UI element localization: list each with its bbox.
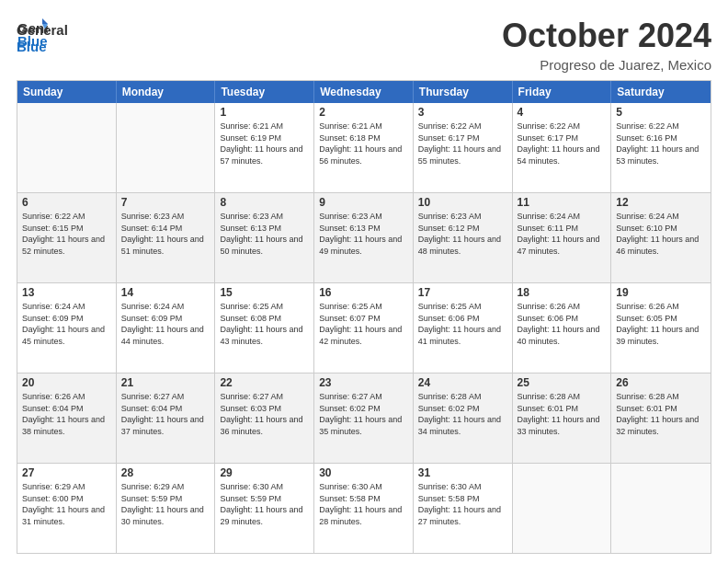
cell-info: Sunrise: 6:28 AMSunset: 6:02 PMDaylight:… xyxy=(418,391,507,437)
cell-info: Sunrise: 6:21 AMSunset: 6:18 PMDaylight:… xyxy=(319,121,408,167)
cell-info: Sunrise: 6:24 AMSunset: 6:10 PMDaylight:… xyxy=(616,211,706,257)
day-number: 14 xyxy=(121,286,210,299)
day-number: 28 xyxy=(121,466,210,479)
calendar-body: 1Sunrise: 6:21 AMSunset: 6:19 PMDaylight… xyxy=(17,103,711,553)
cell-info: Sunrise: 6:24 AMSunset: 6:09 PMDaylight:… xyxy=(121,301,210,347)
day-cell-14: 14Sunrise: 6:24 AMSunset: 6:09 PMDayligh… xyxy=(117,283,216,373)
cell-info: Sunrise: 6:28 AMSunset: 6:01 PMDaylight:… xyxy=(616,391,706,437)
logo: General Blue General Blue xyxy=(17,17,68,55)
day-number: 11 xyxy=(518,196,607,209)
day-cell-5: 5Sunrise: 6:22 AMSunset: 6:16 PMDaylight… xyxy=(611,103,711,192)
day-number: 23 xyxy=(319,376,408,389)
day-number: 7 xyxy=(121,196,210,209)
day-cell-19: 19Sunrise: 6:26 AMSunset: 6:05 PMDayligh… xyxy=(611,283,711,373)
day-cell-17: 17Sunrise: 6:25 AMSunset: 6:06 PMDayligh… xyxy=(414,283,513,373)
cell-info: Sunrise: 6:29 AMSunset: 6:00 PMDaylight:… xyxy=(22,481,111,527)
day-cell-10: 10Sunrise: 6:23 AMSunset: 6:12 PMDayligh… xyxy=(414,193,513,282)
cell-info: Sunrise: 6:23 AMSunset: 6:13 PMDaylight:… xyxy=(319,211,408,257)
logo-line1: General xyxy=(17,22,68,39)
day-cell-31: 31Sunrise: 6:30 AMSunset: 5:58 PMDayligh… xyxy=(414,464,513,553)
day-cell-6: 6Sunrise: 6:22 AMSunset: 6:15 PMDaylight… xyxy=(17,193,117,282)
day-cell-13: 13Sunrise: 6:24 AMSunset: 6:09 PMDayligh… xyxy=(17,283,117,373)
day-number: 17 xyxy=(418,286,507,299)
day-number: 4 xyxy=(518,106,607,119)
day-cell-4: 4Sunrise: 6:22 AMSunset: 6:17 PMDaylight… xyxy=(513,103,612,192)
cell-info: Sunrise: 6:26 AMSunset: 6:06 PMDaylight:… xyxy=(518,301,607,347)
calendar-row-1: 1Sunrise: 6:21 AMSunset: 6:19 PMDaylight… xyxy=(17,103,711,192)
day-cell-16: 16Sunrise: 6:25 AMSunset: 6:07 PMDayligh… xyxy=(314,283,414,373)
day-cell-8: 8Sunrise: 6:23 AMSunset: 6:13 PMDaylight… xyxy=(215,193,314,282)
day-cell-21: 21Sunrise: 6:27 AMSunset: 6:04 PMDayligh… xyxy=(117,373,216,463)
day-number: 13 xyxy=(22,286,111,299)
weekday-header-saturday: Saturday xyxy=(611,81,711,103)
month-title: October 2024 xyxy=(502,17,711,55)
day-cell-3: 3Sunrise: 6:22 AMSunset: 6:17 PMDaylight… xyxy=(414,103,513,192)
cell-info: Sunrise: 6:21 AMSunset: 6:19 PMDaylight:… xyxy=(220,121,309,167)
day-cell-12: 12Sunrise: 6:24 AMSunset: 6:10 PMDayligh… xyxy=(611,193,711,282)
calendar-row-4: 20Sunrise: 6:26 AMSunset: 6:04 PMDayligh… xyxy=(17,373,711,463)
day-cell-2: 2Sunrise: 6:21 AMSunset: 6:18 PMDaylight… xyxy=(314,103,414,192)
day-cell-24: 24Sunrise: 6:28 AMSunset: 6:02 PMDayligh… xyxy=(414,373,513,463)
day-number: 2 xyxy=(319,106,408,119)
weekday-header-tuesday: Tuesday xyxy=(215,81,314,103)
day-number: 3 xyxy=(418,106,507,119)
cell-info: Sunrise: 6:23 AMSunset: 6:14 PMDaylight:… xyxy=(121,211,210,257)
cell-info: Sunrise: 6:26 AMSunset: 6:05 PMDaylight:… xyxy=(616,301,706,347)
day-cell-1: 1Sunrise: 6:21 AMSunset: 6:19 PMDaylight… xyxy=(215,103,314,192)
cell-info: Sunrise: 6:30 AMSunset: 5:58 PMDaylight:… xyxy=(418,481,507,527)
page: General Blue General Blue October 2024 P… xyxy=(0,0,728,563)
day-number: 27 xyxy=(22,466,111,479)
cell-info: Sunrise: 6:22 AMSunset: 6:17 PMDaylight:… xyxy=(418,121,507,167)
cell-info: Sunrise: 6:27 AMSunset: 6:02 PMDaylight:… xyxy=(319,391,408,437)
cell-info: Sunrise: 6:30 AMSunset: 5:59 PMDaylight:… xyxy=(220,481,309,527)
day-cell-25: 25Sunrise: 6:28 AMSunset: 6:01 PMDayligh… xyxy=(513,373,612,463)
cell-info: Sunrise: 6:25 AMSunset: 6:06 PMDaylight:… xyxy=(418,301,507,347)
cell-info: Sunrise: 6:30 AMSunset: 5:58 PMDaylight:… xyxy=(319,481,408,527)
cell-info: Sunrise: 6:23 AMSunset: 6:13 PMDaylight:… xyxy=(220,211,309,257)
day-number: 1 xyxy=(220,106,309,119)
cell-info: Sunrise: 6:22 AMSunset: 6:16 PMDaylight:… xyxy=(616,121,706,167)
cell-info: Sunrise: 6:26 AMSunset: 6:04 PMDaylight:… xyxy=(22,391,111,437)
day-cell-28: 28Sunrise: 6:29 AMSunset: 5:59 PMDayligh… xyxy=(117,464,216,553)
day-number: 29 xyxy=(220,466,309,479)
calendar-row-2: 6Sunrise: 6:22 AMSunset: 6:15 PMDaylight… xyxy=(17,192,711,282)
day-number: 8 xyxy=(220,196,309,209)
cell-info: Sunrise: 6:29 AMSunset: 5:59 PMDaylight:… xyxy=(121,481,210,527)
day-cell-18: 18Sunrise: 6:26 AMSunset: 6:06 PMDayligh… xyxy=(513,283,612,373)
empty-cell xyxy=(611,464,711,553)
day-number: 19 xyxy=(616,286,706,299)
weekday-header-sunday: Sunday xyxy=(17,81,117,103)
cell-info: Sunrise: 6:25 AMSunset: 6:08 PMDaylight:… xyxy=(220,301,309,347)
cell-info: Sunrise: 6:22 AMSunset: 6:17 PMDaylight:… xyxy=(518,121,607,167)
calendar-header: SundayMondayTuesdayWednesdayThursdayFrid… xyxy=(17,81,711,103)
weekday-header-wednesday: Wednesday xyxy=(314,81,414,103)
day-number: 26 xyxy=(616,376,706,389)
day-cell-30: 30Sunrise: 6:30 AMSunset: 5:58 PMDayligh… xyxy=(314,464,414,553)
day-cell-26: 26Sunrise: 6:28 AMSunset: 6:01 PMDayligh… xyxy=(611,373,711,463)
day-number: 30 xyxy=(319,466,408,479)
day-number: 5 xyxy=(616,106,706,119)
day-number: 16 xyxy=(319,286,408,299)
day-cell-9: 9Sunrise: 6:23 AMSunset: 6:13 PMDaylight… xyxy=(314,193,414,282)
weekday-header-thursday: Thursday xyxy=(414,81,513,103)
day-cell-27: 27Sunrise: 6:29 AMSunset: 6:00 PMDayligh… xyxy=(17,464,117,553)
cell-info: Sunrise: 6:27 AMSunset: 6:04 PMDaylight:… xyxy=(121,391,210,437)
logo-line2: Blue xyxy=(17,39,68,55)
day-cell-23: 23Sunrise: 6:27 AMSunset: 6:02 PMDayligh… xyxy=(314,373,414,463)
day-cell-22: 22Sunrise: 6:27 AMSunset: 6:03 PMDayligh… xyxy=(215,373,314,463)
day-number: 25 xyxy=(518,376,607,389)
cell-info: Sunrise: 6:25 AMSunset: 6:07 PMDaylight:… xyxy=(319,301,408,347)
day-number: 15 xyxy=(220,286,309,299)
header: General Blue General Blue October 2024 P… xyxy=(17,17,711,73)
title-block: October 2024 Progreso de Juarez, Mexico xyxy=(502,17,711,73)
day-cell-11: 11Sunrise: 6:24 AMSunset: 6:11 PMDayligh… xyxy=(513,193,612,282)
day-number: 10 xyxy=(418,196,507,209)
calendar-row-3: 13Sunrise: 6:24 AMSunset: 6:09 PMDayligh… xyxy=(17,282,711,373)
calendar: SundayMondayTuesdayWednesdayThursdayFrid… xyxy=(17,80,711,554)
cell-info: Sunrise: 6:28 AMSunset: 6:01 PMDaylight:… xyxy=(518,391,607,437)
day-number: 21 xyxy=(121,376,210,389)
day-cell-7: 7Sunrise: 6:23 AMSunset: 6:14 PMDaylight… xyxy=(117,193,216,282)
day-cell-29: 29Sunrise: 6:30 AMSunset: 5:59 PMDayligh… xyxy=(215,464,314,553)
weekday-header-monday: Monday xyxy=(117,81,216,103)
empty-cell xyxy=(117,103,216,192)
